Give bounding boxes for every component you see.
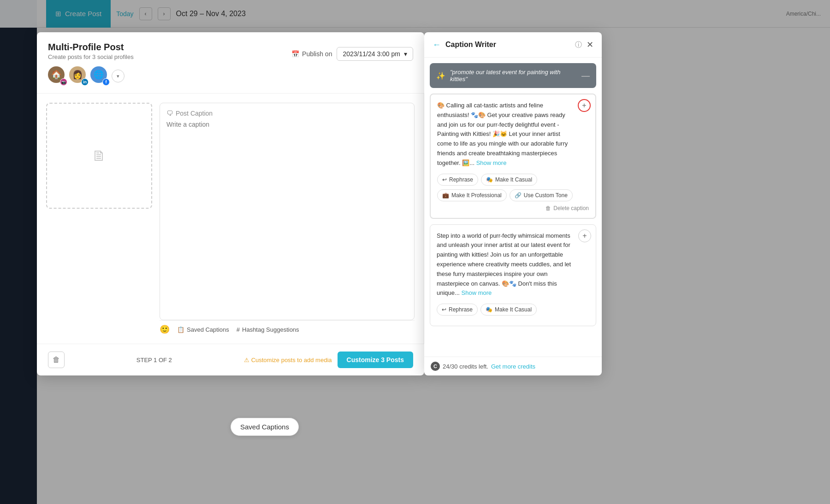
delete-caption-1-button[interactable]: 🗑 Delete caption (545, 205, 589, 211)
make-casual-button-2[interactable]: 🎭 Make It Casual (480, 304, 537, 316)
make-casual-button-1[interactable]: 🎭 Make It Casual (481, 174, 537, 186)
collapse-icon[interactable]: — (581, 71, 590, 81)
caption-writer-header: ← Caption Writer ⓘ ✕ (424, 32, 602, 58)
add-caption-1-button[interactable]: + (578, 99, 591, 112)
caption-card-2: + Step into a world of purr-fectly whims… (430, 224, 596, 327)
caption-card-1: + 🎨 Calling all cat-tastic artists and f… (430, 94, 596, 219)
platform-badge-instagram: 📷 (60, 78, 67, 86)
profile-avatar-1[interactable]: 🏠 📷 (48, 66, 67, 86)
emoji-button[interactable]: 🙂 (160, 324, 170, 334)
profile-avatar-2[interactable]: 👩 in (69, 66, 89, 86)
hashtag-icon: # (237, 326, 240, 333)
profile-avatar-3[interactable]: 🌐 f (90, 66, 110, 86)
credits-icon: C (431, 362, 440, 371)
caption-writer-back-button[interactable]: ← (433, 40, 441, 50)
caption-cards-list: + 🎨 Calling all cat-tastic artists and f… (424, 94, 602, 357)
professional-icon-1: 💼 (442, 192, 449, 199)
publish-row: 📅 Publish on 2023/11/24 3:00 pm ▾ (291, 47, 413, 61)
step-label: STEP 1 OF 2 (136, 357, 172, 363)
get-more-credits-link[interactable]: Get more credits (491, 363, 535, 370)
tone-icon-1: 🔗 (515, 192, 522, 199)
show-more-2[interactable]: Show more (462, 289, 492, 296)
show-more-1[interactable]: Show more (476, 159, 507, 166)
platform-badge-linkedin: in (81, 78, 89, 86)
publish-date-value: 2023/11/24 3:00 pm (343, 50, 400, 58)
caption-writer-title: Caption Writer (445, 41, 570, 49)
caption-actions-1b: 💼 Make It Professional 🔗 Use Custom Tone (437, 189, 589, 201)
caption-writer-close-button[interactable]: ✕ (587, 40, 593, 50)
add-caption-2-button[interactable]: + (578, 229, 591, 242)
sparkle-icon: ✨ (436, 71, 445, 80)
modal-title-group: Multi-Profile Post Create posts for 3 so… (48, 42, 134, 60)
caption-label: Post Caption (176, 110, 213, 117)
modal-body: 🗎 🗨 Post Caption 🙂 📋 Saved Captions (37, 94, 424, 344)
create-post-modal: Multi-Profile Post Create posts for 3 so… (37, 32, 424, 375)
modal-header-row: Multi-Profile Post Create posts for 3 so… (48, 41, 413, 61)
caption-header: 🗨 Post Caption (166, 110, 408, 117)
caption-toolbar: 🙂 📋 Saved Captions # Hashtag Suggestions (160, 320, 415, 334)
dropdown-icon: ▾ (404, 50, 407, 58)
modal-header: Multi-Profile Post Create posts for 3 so… (37, 32, 424, 94)
modal-title: Multi-Profile Post (48, 42, 134, 53)
caption-text-1: 🎨 Calling all cat-tastic artists and fel… (437, 101, 589, 168)
footer-actions: ⚠ Customize posts to add media Customize… (244, 352, 413, 368)
credits-label: 24/30 credits left. (443, 363, 488, 370)
rephrase-button-1[interactable]: ↩ Rephrase (437, 174, 478, 186)
publish-label: 📅 Publish on (291, 50, 332, 58)
post-content-area: 🗎 🗨 Post Caption 🙂 📋 Saved Captions (37, 94, 424, 344)
caption-actions-2: ↩ Rephrase 🎭 Make It Casual (437, 304, 589, 316)
platform-badge-facebook: f (102, 78, 110, 86)
profile-avatar-row: 🏠 📷 👩 in 🌐 f (48, 66, 413, 86)
saved-captions-badge: Saved Captions (231, 418, 299, 436)
calendar-icon: 📅 (291, 50, 299, 58)
casual-icon-2: 🎭 (486, 306, 492, 313)
modal-footer: 🗑 STEP 1 OF 2 ⚠ Customize posts to add m… (37, 344, 424, 375)
saved-captions-button[interactable]: 📋 Saved Captions (177, 326, 229, 333)
make-professional-button-1[interactable]: 💼 Make It Professional (437, 189, 507, 201)
customize-posts-button[interactable]: Customize 3 Posts (338, 352, 413, 368)
rephrase-icon-2: ↩ (442, 306, 446, 313)
trash-icon-1: 🗑 (545, 205, 551, 211)
custom-tone-button-1[interactable]: 🔗 Use Custom Tone (510, 189, 573, 201)
caption-writer-footer: C 24/30 credits left. Get more credits (424, 357, 602, 375)
caption-container: 🗨 Post Caption 🙂 📋 Saved Captions # Hash… (160, 103, 415, 334)
delete-post-button[interactable]: 🗑 (48, 352, 65, 368)
publish-date-button[interactable]: 2023/11/24 3:00 pm ▾ (337, 47, 413, 61)
modal-subtitle: Create posts for 3 social profiles (48, 53, 134, 60)
rephrase-icon-1: ↩ (442, 176, 447, 183)
casual-icon-1: 🎭 (486, 176, 493, 183)
saved-captions-icon: 📋 (177, 326, 184, 333)
prompt-bar: ✨ "promote our latest event for painting… (430, 63, 596, 88)
customize-media-link[interactable]: ⚠ Customize posts to add media (244, 357, 332, 363)
caption-writer-panel: ← Caption Writer ⓘ ✕ ✨ "promote our late… (424, 32, 602, 375)
caption-input[interactable] (166, 121, 408, 313)
prompt-text: "promote our latest event for painting w… (450, 69, 577, 82)
profiles-dropdown-btn[interactable]: ▾ (112, 70, 125, 82)
caption-icon: 🗨 (166, 110, 173, 117)
caption-writer-info-icon[interactable]: ⓘ (575, 41, 582, 49)
media-placeholder[interactable]: 🗎 (46, 103, 152, 209)
caption-text-2: Step into a world of purr-fectly whimsic… (437, 231, 589, 299)
caption-area: 🗨 Post Caption (160, 103, 415, 320)
caption-actions-1: ↩ Rephrase 🎭 Make It Casual (437, 174, 589, 186)
delete-row-1: 🗑 Delete caption (437, 205, 589, 211)
hashtag-suggestions-button[interactable]: # Hashtag Suggestions (237, 326, 299, 333)
saved-captions-floating: Saved Captions (231, 418, 299, 436)
rephrase-button-2[interactable]: ↩ Rephrase (437, 304, 478, 316)
warning-icon: ⚠ (244, 357, 249, 363)
